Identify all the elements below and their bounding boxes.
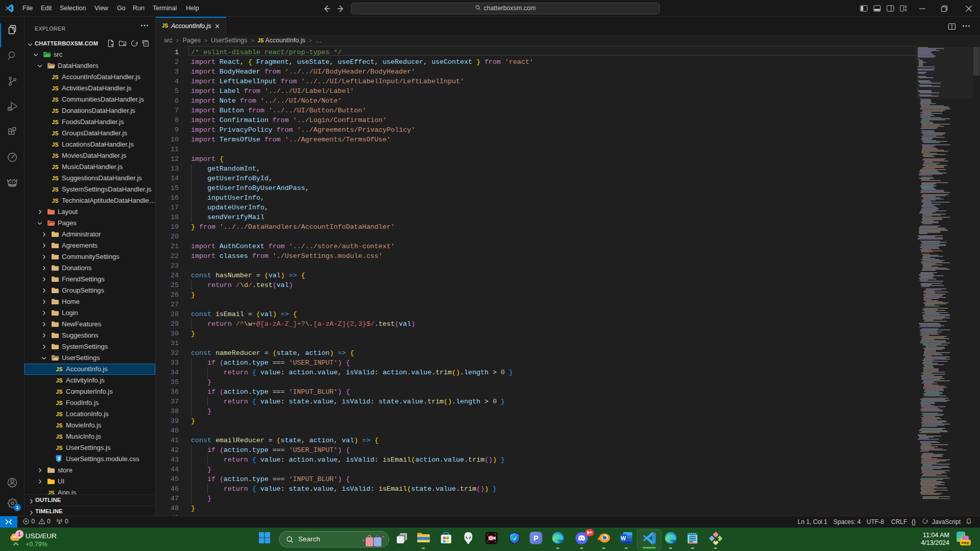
svg-text:P: P xyxy=(533,534,538,542)
svg-text:PRE: PRE xyxy=(962,541,969,545)
svg-text:W: W xyxy=(621,535,626,541)
svg-text:3: 3 xyxy=(58,456,60,461)
